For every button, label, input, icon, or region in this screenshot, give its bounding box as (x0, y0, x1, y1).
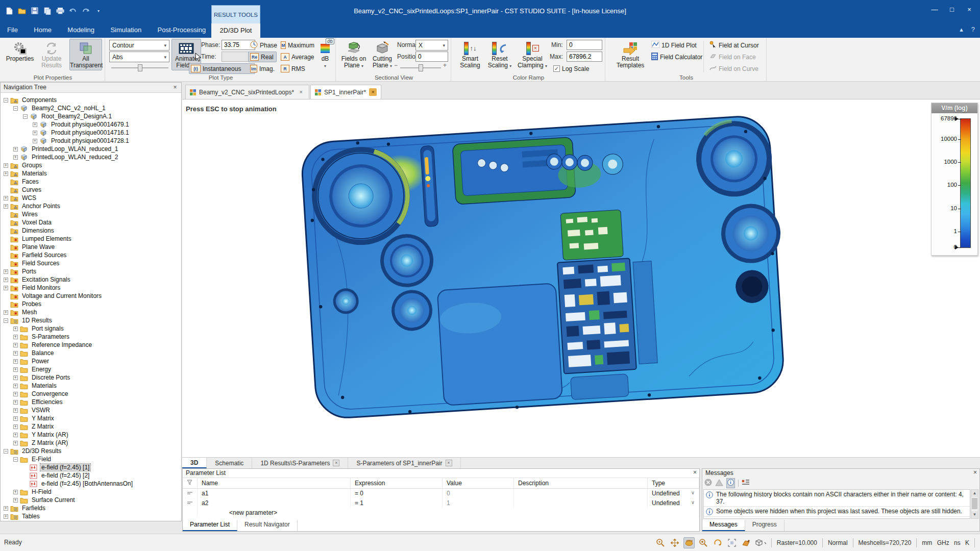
pan-icon[interactable] (669, 537, 680, 548)
view-tab-s-parameters[interactable]: S-Parameters of SP1_innerPair× (348, 458, 460, 468)
type-dropdown[interactable]: Undefined∨ (648, 498, 699, 508)
slider-handle[interactable] (138, 64, 142, 71)
column-header-name[interactable]: Name (198, 478, 351, 488)
message-item[interactable]: Some objects were hidden when this proje… (704, 507, 970, 517)
tree-item[interactable]: +Port signals (1, 324, 181, 333)
tree-expander[interactable]: + (13, 367, 18, 372)
tree-item[interactable]: Voxel Data (1, 218, 181, 227)
tree-item[interactable]: +Discrete Ports (1, 373, 181, 382)
tree-item[interactable]: +WCS (1, 194, 181, 202)
parameter-row[interactable]: a1 = 0 0 Undefined∨ (183, 488, 699, 498)
maximum-button[interactable]: M Maximum (279, 40, 316, 51)
tab-modeling[interactable]: Modeling (60, 23, 102, 37)
position-input[interactable] (415, 52, 448, 62)
average-button[interactable]: A Average (279, 52, 316, 62)
tree-expander[interactable]: − (4, 318, 8, 323)
scroll-up-icon[interactable]: ▲ (971, 490, 978, 497)
tree-expander[interactable]: + (13, 384, 18, 388)
message-item[interactable]: The following history blocks contain non… (704, 490, 970, 507)
tree-expander[interactable]: + (4, 506, 8, 511)
close-icon[interactable]: × (973, 469, 977, 476)
field-on-face-button[interactable]: Field on Face (707, 52, 761, 62)
tree-item[interactable]: Probes (1, 300, 181, 308)
imag-button[interactable]: Im Imag. (248, 63, 277, 74)
tree-item[interactable]: +Field Monitors (1, 284, 181, 292)
db-button[interactable]: dB dB▾ (316, 39, 334, 70)
tree-expander[interactable]: − (23, 114, 28, 119)
tree-item[interactable]: +Produit physique00014728.1 (1, 137, 181, 145)
tree-item[interactable]: +Z Matrix (AR) (1, 439, 181, 447)
tree-item[interactable]: +Balance (1, 349, 181, 357)
tab-home[interactable]: Home (27, 23, 59, 37)
reset-scaling-button[interactable]: ResetScaling ▾ (486, 39, 513, 70)
tree-item[interactable]: +Groups (1, 161, 181, 169)
view-tab-1d-results[interactable]: 1D Results\S-Parameters× (252, 458, 348, 468)
smart-scaling-button[interactable]: ↑↓ SmartScaling (456, 39, 484, 70)
tree-item[interactable]: +Materials (1, 382, 181, 390)
position-slider[interactable] (400, 64, 441, 71)
tree-expander[interactable]: + (4, 514, 8, 519)
tree-item[interactable]: Wires (1, 210, 181, 218)
minimize-button[interactable]: — (926, 3, 943, 16)
tree-item[interactable]: +Produit physique00014716.1 (1, 129, 181, 137)
close-icon[interactable]: × (446, 460, 452, 466)
tree-item[interactable]: −E-Field (1, 455, 181, 463)
tree-item[interactable]: Dimensions (1, 227, 181, 235)
tree-expander[interactable]: + (4, 286, 8, 290)
document-tab-active[interactable]: SP1_innerPair* × (310, 85, 381, 99)
scroll-thumb[interactable] (972, 498, 977, 509)
special-clamping-button[interactable]: × SpecialClamping ▾ (516, 39, 549, 70)
column-header-expression[interactable]: Expression (351, 478, 443, 488)
tree-expander[interactable]: + (13, 155, 18, 160)
update-results-button[interactable]: Update Results (37, 39, 66, 70)
abs-dropdown[interactable]: Abs▾ (109, 52, 169, 62)
tree-item[interactable]: −Beamy2_CNC_v2_noHL_1 (1, 104, 181, 112)
rms-button[interactable]: R RMS (279, 63, 309, 74)
maximize-button[interactable]: □ (943, 3, 961, 16)
fields-on-plane-button[interactable]: Fields onPlane ▾ (339, 39, 369, 70)
tree-item[interactable]: +Mesh (1, 308, 181, 316)
mesh-view-icon[interactable] (741, 537, 752, 548)
close-button[interactable]: × (961, 3, 978, 16)
all-transparent-button[interactable]: All Transparent (69, 39, 102, 70)
message-item[interactable]: Schematic window of SP1_innerPair contai… (704, 517, 970, 519)
close-icon[interactable]: × (171, 83, 179, 91)
tree-item[interactable]: Lumped Elements (1, 235, 181, 243)
tree-item[interactable]: Faces (1, 178, 181, 186)
tree-expander[interactable]: + (4, 196, 8, 201)
tab-result-navigator[interactable]: Result Navigator (237, 520, 298, 531)
tree-item[interactable]: e-field (f=2.45) [BothAntennasOn] (1, 480, 181, 488)
tree-expander[interactable]: + (33, 122, 37, 127)
max-input[interactable] (567, 52, 602, 62)
tree-item[interactable]: Curves (1, 186, 181, 194)
3d-viewport[interactable]: Press ESC to stop animation (182, 99, 980, 457)
new-parameter-row[interactable]: <new parameter> (183, 508, 699, 517)
tree-expander[interactable]: + (13, 147, 18, 152)
scroll-down-icon[interactable]: ▼ (971, 511, 978, 518)
tree-item[interactable]: +PrintedLoop_WLAN_reduced_2 (1, 153, 181, 161)
tree-item[interactable]: +Z Matrix (1, 422, 181, 431)
tree-expander[interactable]: + (13, 392, 18, 396)
filter-icon[interactable] (183, 478, 198, 488)
result-templates-button[interactable]: ResultTemplates (614, 39, 647, 70)
tab-progress[interactable]: Progress (745, 520, 785, 531)
tab-parameter-list[interactable]: Parameter List (183, 520, 237, 531)
tree-item[interactable]: +Y Matrix (AR) (1, 431, 181, 439)
tree-item[interactable]: +Power (1, 357, 181, 365)
tree-expander[interactable]: + (13, 359, 18, 364)
field-at-cursor-button[interactable]: Field at Cursor (707, 40, 761, 51)
tree-item[interactable]: Field Sources (1, 259, 181, 267)
tab-post-processing[interactable]: Post-Processing (150, 23, 213, 37)
tree-expander[interactable]: + (33, 139, 37, 143)
tree-expander[interactable]: + (13, 498, 18, 503)
task-list-icon[interactable] (742, 479, 750, 487)
tree-item[interactable]: +VSWR (1, 406, 181, 414)
plot-type-slider[interactable] (111, 64, 168, 71)
tree-expander[interactable]: + (13, 335, 18, 339)
tree-expander[interactable]: + (13, 351, 18, 356)
slider-handle[interactable] (419, 64, 423, 71)
tree-item[interactable]: +Energy (1, 365, 181, 373)
tree-expander[interactable]: + (13, 416, 18, 421)
tree-expander[interactable]: + (33, 131, 37, 135)
real-button[interactable]: Re Real (248, 52, 277, 62)
